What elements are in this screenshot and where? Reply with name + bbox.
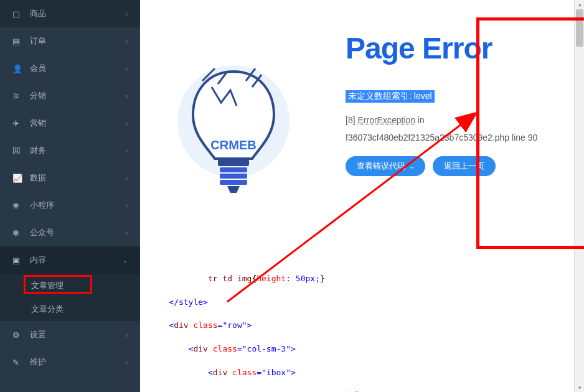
sidebar-item-marketing[interactable]: ✈ 营销 ‹: [0, 110, 140, 137]
sidebar-label: 订单: [30, 35, 126, 47]
list-icon: ▤: [12, 37, 24, 46]
scrollbar-down-icon[interactable]: ▾: [577, 385, 583, 391]
sidebar-label: 商品: [30, 8, 126, 19]
sidebar-item-wechat[interactable]: ❃ 公众号 ‹: [0, 219, 140, 246]
svg-rect-3: [220, 174, 247, 179]
chevron-left-icon: ‹: [126, 230, 128, 236]
svg-rect-4: [220, 180, 247, 185]
chevron-left-icon: ‹: [126, 65, 128, 72]
miniapp-icon: ❀: [12, 201, 24, 210]
scrollbar-up-icon[interactable]: ▴: [577, 1, 583, 7]
error-message-highlighted: 未定义数组索引: level: [346, 90, 435, 103]
sidebar-label: 设置: [30, 329, 126, 340]
broken-bulb-icon: CRMEB: [171, 53, 296, 215]
chevron-left-icon: ‹: [126, 175, 128, 182]
exception-name: ErrorException: [357, 115, 415, 125]
error-region: CRMEB Page Error 未定义数组索引: level [8] Erro…: [140, 12, 584, 255]
view-error-code-button[interactable]: 查看错误代码 ⌄: [346, 156, 425, 176]
sidebar-label: 数据: [30, 172, 126, 184]
money-icon: 回: [12, 145, 24, 156]
exception-code: [8]: [346, 115, 356, 125]
svg-rect-2: [220, 167, 247, 172]
submenu-item-article-category[interactable]: 文章分类: [0, 297, 140, 321]
sidebar-item-finance[interactable]: 回 财务 ‹: [0, 137, 140, 164]
main-content: CRMEB Page Error 未定义数组索引: level [8] Erro…: [140, 0, 584, 392]
chevron-left-icon: ‹: [126, 202, 128, 209]
chevron-left-icon: ‹: [126, 11, 128, 17]
wechat-icon: ❃: [12, 228, 24, 238]
wrench-icon: ✎: [12, 358, 24, 367]
button-label: 查看错误代码: [357, 161, 405, 172]
share-icon: ⚞: [12, 91, 24, 101]
chevron-left-icon: ‹: [126, 38, 128, 45]
error-panel: Page Error 未定义数组索引: level [8] ErrorExcep…: [327, 12, 584, 255]
sidebar-label: 营销: [30, 118, 126, 129]
error-file-line: f36073cf480eb2f21325a23b7c5309e2.php lin…: [346, 133, 565, 142]
sidebar-item-maintenance[interactable]: ✎ 维护 ‹: [0, 348, 140, 376]
sidebar: ▢ 商品 ‹ ▤ 订单 ‹ 👤 会员 ‹ ⚞ 分销 ‹ ✈ 营销 ‹ 回 财务 …: [0, 0, 140, 392]
sidebar-label: 小程序: [30, 200, 126, 211]
sidebar-label: 会员: [30, 63, 126, 74]
error-title: Page Error: [346, 31, 565, 65]
sidebar-label: 财务: [30, 145, 126, 156]
sidebar-item-content[interactable]: ▣ 内容 ⌄: [0, 246, 140, 274]
sidebar-label: 维护: [30, 357, 126, 368]
chevron-down-icon: ⌄: [123, 257, 128, 264]
sidebar-item-orders[interactable]: ▤ 订单 ‹: [0, 27, 140, 55]
source-code-view: tr td img{height: 50px;} </style> <div c…: [149, 261, 584, 392]
sidebar-item-members[interactable]: 👤 会员 ‹: [0, 55, 140, 82]
submenu-content: 文章管理 文章分类: [0, 274, 140, 321]
svg-rect-1: [218, 159, 249, 166]
sidebar-item-distribution[interactable]: ⚞ 分销 ‹: [0, 82, 140, 110]
chart-icon: 📈: [12, 174, 24, 183]
submenu-label: 文章分类: [31, 304, 64, 314]
sidebar-label: 分销: [30, 90, 126, 101]
chevron-left-icon: ‹: [126, 359, 128, 366]
laptop-icon: ▢: [12, 9, 24, 19]
chevron-left-icon: ‹: [126, 147, 128, 154]
error-exception-line: [8] ErrorException in: [346, 115, 565, 125]
submenu-label: 文章管理: [31, 281, 64, 290]
sidebar-item-products[interactable]: ▢ 商品 ‹: [0, 0, 140, 27]
chevron-left-icon: ‹: [126, 120, 128, 127]
user-icon: 👤: [12, 64, 24, 73]
brand-text: CRMEB: [210, 138, 256, 152]
exception-in: in: [418, 115, 425, 125]
sidebar-item-settings[interactable]: ⚙ 设置 ‹: [0, 321, 140, 348]
button-label: 返回上一页: [444, 161, 484, 172]
scrollbar-thumb[interactable]: [576, 9, 583, 47]
book-icon: ▣: [12, 256, 24, 265]
send-icon: ✈: [12, 119, 24, 128]
error-buttons: 查看错误代码 ⌄ 返回上一页: [346, 156, 565, 176]
sidebar-item-miniapp[interactable]: ❀ 小程序 ‹: [0, 192, 140, 219]
go-back-button[interactable]: 返回上一页: [433, 156, 496, 176]
sidebar-label: 公众号: [30, 227, 126, 238]
sidebar-label: 内容: [30, 254, 123, 266]
chevron-down-icon: ⌄: [409, 163, 414, 170]
chevron-left-icon: ‹: [126, 93, 128, 100]
gear-icon: ⚙: [12, 330, 24, 340]
error-illustration: CRMEB: [140, 12, 327, 255]
chevron-left-icon: ‹: [126, 332, 128, 338]
vertical-scrollbar[interactable]: ▴ ▾: [574, 0, 584, 392]
sidebar-item-data[interactable]: 📈 数据 ‹: [0, 164, 140, 192]
submenu-item-article-manage[interactable]: 文章管理: [0, 274, 140, 297]
